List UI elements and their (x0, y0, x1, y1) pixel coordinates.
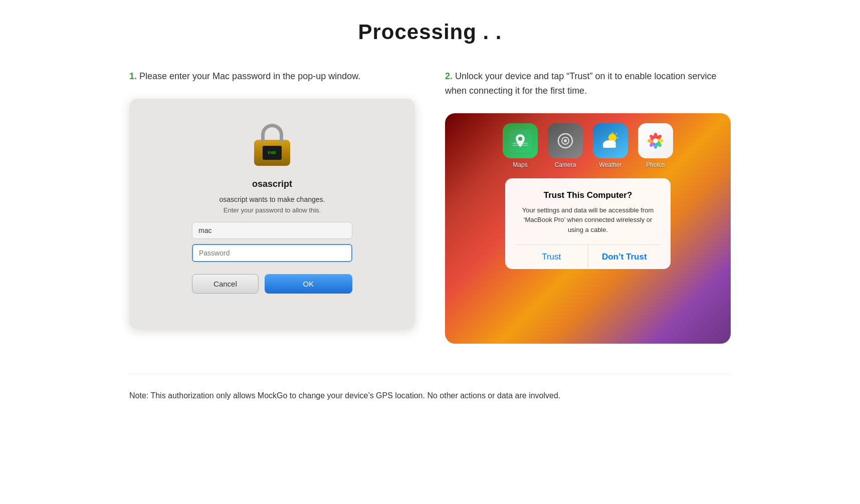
trust-dialog-title: Trust This Computer? (515, 190, 661, 200)
lock-screen: EXEC (263, 146, 282, 160)
maps-label: Maps (513, 161, 527, 168)
trust-button[interactable]: Trust (515, 245, 588, 269)
ios-app-row: Maps Camera (453, 123, 723, 168)
trust-dialog-buttons: Trust Don’t Trust (515, 244, 661, 269)
lock-body: EXEC (254, 140, 290, 166)
cancel-button[interactable]: Cancel (192, 274, 259, 294)
maps-icon (503, 123, 538, 158)
weather-icon (593, 123, 628, 158)
ok-button[interactable]: OK (265, 274, 352, 294)
weather-svg (599, 130, 621, 152)
svg-point-23 (653, 138, 658, 143)
dialog-enter-password: Enter your password to allow this. (224, 206, 321, 214)
step2-instruction: 2. Unlock your device and tap “Trust” on… (445, 69, 731, 98)
username-field[interactable] (192, 222, 352, 239)
trust-dialog-body: Your settings and data will be accessibl… (515, 205, 661, 235)
left-column: 1. Please enter your Mac password in the… (129, 69, 415, 329)
dialog-app-name: osascript (252, 179, 292, 189)
step2-text: Unlock your device and tap “Trust” on it… (445, 71, 717, 96)
note: Note: This authorization only allows Moc… (129, 374, 731, 402)
svg-point-6 (564, 139, 567, 142)
photos-icon (638, 123, 673, 158)
maps-svg (509, 129, 532, 152)
svg-point-1 (518, 137, 522, 141)
lock-shackle (261, 124, 283, 142)
lock-icon: EXEC (252, 124, 292, 169)
svg-rect-14 (603, 144, 616, 148)
page-title: Processing . . (129, 20, 731, 44)
camera-icon (548, 123, 583, 158)
password-field[interactable] (192, 244, 352, 262)
step1-instruction: 1. Please enter your Mac password in the… (129, 69, 415, 84)
svg-line-9 (616, 133, 617, 134)
camera-svg (555, 130, 576, 151)
ios-app-weather: Weather (593, 123, 628, 168)
photos-svg (644, 130, 667, 152)
right-column: 2. Unlock your device and tap “Trust” on… (445, 69, 731, 344)
camera-label: Camera (555, 161, 576, 168)
step1-text: Please enter your Mac password in the po… (139, 71, 360, 81)
step2-number: 2. (445, 71, 453, 81)
ios-app-maps: Maps (503, 123, 538, 168)
photos-label: Photos (646, 161, 665, 168)
trust-dialog: Trust This Computer? Your settings and d… (505, 178, 671, 270)
ios-app-photos: Photos (638, 123, 673, 168)
ios-device-mockup: Maps Camera (445, 113, 731, 344)
weather-label: Weather (599, 161, 621, 168)
dialog-wants-to: osascript wants to make changes. (220, 195, 325, 203)
dialog-buttons: Cancel OK (192, 274, 352, 294)
step1-number: 1. (129, 71, 137, 81)
ios-app-camera: Camera (548, 123, 583, 168)
mac-dialog: EXEC osascript osascript wants to make c… (129, 99, 415, 329)
dont-trust-button[interactable]: Don’t Trust (588, 245, 661, 269)
